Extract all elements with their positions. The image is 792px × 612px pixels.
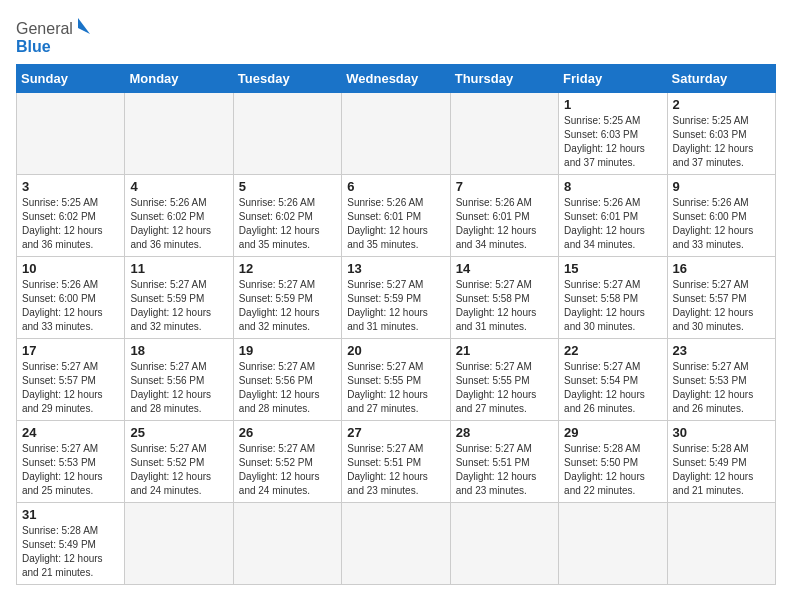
day-info: Sunrise: 5:27 AM Sunset: 5:52 PM Dayligh… <box>130 442 227 498</box>
day-info: Sunrise: 5:27 AM Sunset: 5:57 PM Dayligh… <box>673 278 770 334</box>
day-number: 13 <box>347 261 444 276</box>
calendar-cell <box>125 93 233 175</box>
day-number: 26 <box>239 425 336 440</box>
day-info: Sunrise: 5:27 AM Sunset: 5:52 PM Dayligh… <box>239 442 336 498</box>
day-info: Sunrise: 5:27 AM Sunset: 5:55 PM Dayligh… <box>347 360 444 416</box>
day-number: 30 <box>673 425 770 440</box>
calendar-cell: 18Sunrise: 5:27 AM Sunset: 5:56 PM Dayli… <box>125 339 233 421</box>
day-info: Sunrise: 5:27 AM Sunset: 5:59 PM Dayligh… <box>347 278 444 334</box>
generalblue-logo-icon: GeneralBlue <box>16 16 96 56</box>
calendar-cell: 30Sunrise: 5:28 AM Sunset: 5:49 PM Dayli… <box>667 421 775 503</box>
day-info: Sunrise: 5:28 AM Sunset: 5:50 PM Dayligh… <box>564 442 661 498</box>
day-number: 2 <box>673 97 770 112</box>
day-number: 8 <box>564 179 661 194</box>
week-row-4: 17Sunrise: 5:27 AM Sunset: 5:57 PM Dayli… <box>17 339 776 421</box>
calendar-cell: 26Sunrise: 5:27 AM Sunset: 5:52 PM Dayli… <box>233 421 341 503</box>
day-number: 21 <box>456 343 553 358</box>
day-number: 28 <box>456 425 553 440</box>
day-info: Sunrise: 5:27 AM Sunset: 5:58 PM Dayligh… <box>564 278 661 334</box>
header: GeneralBlue <box>16 16 776 56</box>
week-row-5: 24Sunrise: 5:27 AM Sunset: 5:53 PM Dayli… <box>17 421 776 503</box>
calendar-cell: 9Sunrise: 5:26 AM Sunset: 6:00 PM Daylig… <box>667 175 775 257</box>
day-info: Sunrise: 5:27 AM Sunset: 5:53 PM Dayligh… <box>673 360 770 416</box>
calendar-cell: 7Sunrise: 5:26 AM Sunset: 6:01 PM Daylig… <box>450 175 558 257</box>
day-info: Sunrise: 5:26 AM Sunset: 6:02 PM Dayligh… <box>130 196 227 252</box>
day-number: 27 <box>347 425 444 440</box>
calendar-cell: 31Sunrise: 5:28 AM Sunset: 5:49 PM Dayli… <box>17 503 125 585</box>
calendar-cell <box>450 503 558 585</box>
day-info: Sunrise: 5:26 AM Sunset: 6:01 PM Dayligh… <box>564 196 661 252</box>
calendar-cell: 13Sunrise: 5:27 AM Sunset: 5:59 PM Dayli… <box>342 257 450 339</box>
calendar-cell <box>342 93 450 175</box>
svg-text:Blue: Blue <box>16 38 51 55</box>
svg-marker-2 <box>78 18 90 34</box>
weekday-header-thursday: Thursday <box>450 65 558 93</box>
calendar-cell: 19Sunrise: 5:27 AM Sunset: 5:56 PM Dayli… <box>233 339 341 421</box>
day-number: 5 <box>239 179 336 194</box>
day-info: Sunrise: 5:27 AM Sunset: 5:51 PM Dayligh… <box>456 442 553 498</box>
weekday-header-saturday: Saturday <box>667 65 775 93</box>
calendar-cell: 11Sunrise: 5:27 AM Sunset: 5:59 PM Dayli… <box>125 257 233 339</box>
day-info: Sunrise: 5:27 AM Sunset: 5:53 PM Dayligh… <box>22 442 119 498</box>
logo: GeneralBlue <box>16 16 96 56</box>
calendar-cell: 3Sunrise: 5:25 AM Sunset: 6:02 PM Daylig… <box>17 175 125 257</box>
day-number: 24 <box>22 425 119 440</box>
day-number: 16 <box>673 261 770 276</box>
day-number: 14 <box>456 261 553 276</box>
day-info: Sunrise: 5:26 AM Sunset: 6:01 PM Dayligh… <box>456 196 553 252</box>
calendar-cell: 1Sunrise: 5:25 AM Sunset: 6:03 PM Daylig… <box>559 93 667 175</box>
day-info: Sunrise: 5:26 AM Sunset: 6:01 PM Dayligh… <box>347 196 444 252</box>
day-number: 23 <box>673 343 770 358</box>
calendar-cell: 17Sunrise: 5:27 AM Sunset: 5:57 PM Dayli… <box>17 339 125 421</box>
weekday-header-sunday: Sunday <box>17 65 125 93</box>
day-number: 22 <box>564 343 661 358</box>
calendar-cell: 23Sunrise: 5:27 AM Sunset: 5:53 PM Dayli… <box>667 339 775 421</box>
calendar-cell: 12Sunrise: 5:27 AM Sunset: 5:59 PM Dayli… <box>233 257 341 339</box>
week-row-3: 10Sunrise: 5:26 AM Sunset: 6:00 PM Dayli… <box>17 257 776 339</box>
calendar-cell: 28Sunrise: 5:27 AM Sunset: 5:51 PM Dayli… <box>450 421 558 503</box>
calendar-cell: 6Sunrise: 5:26 AM Sunset: 6:01 PM Daylig… <box>342 175 450 257</box>
calendar-cell: 24Sunrise: 5:27 AM Sunset: 5:53 PM Dayli… <box>17 421 125 503</box>
calendar-cell <box>233 503 341 585</box>
calendar-cell: 14Sunrise: 5:27 AM Sunset: 5:58 PM Dayli… <box>450 257 558 339</box>
svg-text:General: General <box>16 20 73 37</box>
day-info: Sunrise: 5:27 AM Sunset: 5:55 PM Dayligh… <box>456 360 553 416</box>
day-number: 20 <box>347 343 444 358</box>
day-number: 31 <box>22 507 119 522</box>
weekday-header-monday: Monday <box>125 65 233 93</box>
day-info: Sunrise: 5:27 AM Sunset: 5:56 PM Dayligh… <box>239 360 336 416</box>
day-info: Sunrise: 5:27 AM Sunset: 5:57 PM Dayligh… <box>22 360 119 416</box>
day-info: Sunrise: 5:25 AM Sunset: 6:03 PM Dayligh… <box>564 114 661 170</box>
day-info: Sunrise: 5:27 AM Sunset: 5:56 PM Dayligh… <box>130 360 227 416</box>
day-number: 11 <box>130 261 227 276</box>
calendar-cell: 27Sunrise: 5:27 AM Sunset: 5:51 PM Dayli… <box>342 421 450 503</box>
day-number: 29 <box>564 425 661 440</box>
calendar-cell <box>450 93 558 175</box>
calendar-cell <box>342 503 450 585</box>
calendar-cell: 10Sunrise: 5:26 AM Sunset: 6:00 PM Dayli… <box>17 257 125 339</box>
calendar-cell <box>17 93 125 175</box>
day-info: Sunrise: 5:27 AM Sunset: 5:54 PM Dayligh… <box>564 360 661 416</box>
calendar-cell: 16Sunrise: 5:27 AM Sunset: 5:57 PM Dayli… <box>667 257 775 339</box>
week-row-6: 31Sunrise: 5:28 AM Sunset: 5:49 PM Dayli… <box>17 503 776 585</box>
calendar-cell: 2Sunrise: 5:25 AM Sunset: 6:03 PM Daylig… <box>667 93 775 175</box>
day-number: 18 <box>130 343 227 358</box>
calendar-cell: 5Sunrise: 5:26 AM Sunset: 6:02 PM Daylig… <box>233 175 341 257</box>
calendar-cell: 25Sunrise: 5:27 AM Sunset: 5:52 PM Dayli… <box>125 421 233 503</box>
day-number: 6 <box>347 179 444 194</box>
day-number: 25 <box>130 425 227 440</box>
week-row-2: 3Sunrise: 5:25 AM Sunset: 6:02 PM Daylig… <box>17 175 776 257</box>
day-info: Sunrise: 5:27 AM Sunset: 5:59 PM Dayligh… <box>130 278 227 334</box>
day-number: 7 <box>456 179 553 194</box>
calendar-cell: 20Sunrise: 5:27 AM Sunset: 5:55 PM Dayli… <box>342 339 450 421</box>
weekday-header-friday: Friday <box>559 65 667 93</box>
calendar-cell <box>559 503 667 585</box>
day-info: Sunrise: 5:26 AM Sunset: 6:00 PM Dayligh… <box>673 196 770 252</box>
day-info: Sunrise: 5:26 AM Sunset: 6:02 PM Dayligh… <box>239 196 336 252</box>
day-info: Sunrise: 5:27 AM Sunset: 5:58 PM Dayligh… <box>456 278 553 334</box>
calendar: SundayMondayTuesdayWednesdayThursdayFrid… <box>16 64 776 585</box>
weekday-header-row: SundayMondayTuesdayWednesdayThursdayFrid… <box>17 65 776 93</box>
calendar-cell: 29Sunrise: 5:28 AM Sunset: 5:50 PM Dayli… <box>559 421 667 503</box>
day-number: 10 <box>22 261 119 276</box>
calendar-cell <box>125 503 233 585</box>
